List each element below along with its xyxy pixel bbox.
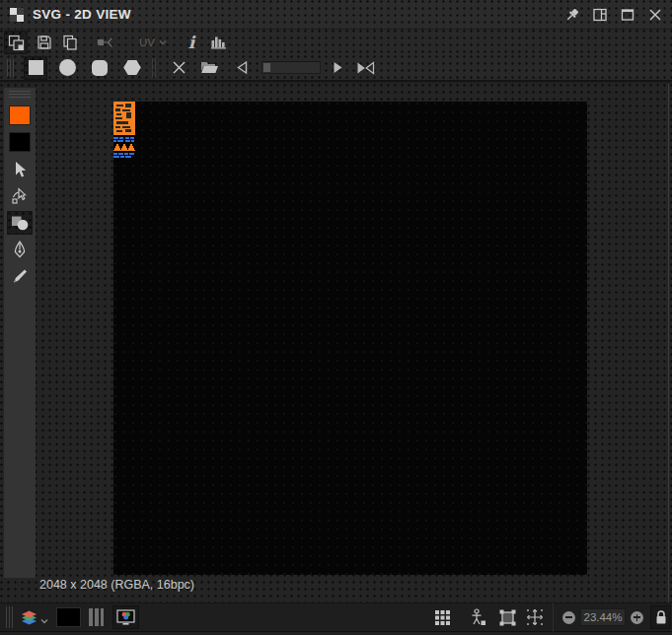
layers-chevron-icon[interactable] <box>40 618 48 624</box>
shapes-tool[interactable] <box>7 211 33 235</box>
uv-dropdown: UV <box>134 31 172 54</box>
channels-icon[interactable] <box>89 608 104 626</box>
open-folder-button[interactable] <box>197 56 221 80</box>
tools-sidebar <box>4 88 36 578</box>
shapes-tool-icon <box>11 215 30 231</box>
direct-select-icon <box>11 187 29 205</box>
select-arrow-icon <box>12 161 28 178</box>
fit-view-button[interactable] <box>495 605 519 629</box>
split-view-button[interactable] <box>591 6 609 24</box>
main-toolbar: UV i <box>0 30 672 55</box>
zoom-field[interactable]: 23.44% <box>580 608 626 626</box>
maximize-icon <box>620 7 635 23</box>
lock-zoom-button[interactable] <box>650 605 671 629</box>
open-folder-icon <box>200 60 219 75</box>
rounded-square-shape-button[interactable] <box>88 56 112 80</box>
background-color-swatch[interactable] <box>9 132 31 152</box>
layers-icon <box>20 609 38 626</box>
close-button[interactable] <box>646 6 664 24</box>
title-bar[interactable]: SVG - 2D VIEW <box>0 0 672 30</box>
select-tool[interactable] <box>7 158 33 181</box>
lock-icon <box>654 609 668 625</box>
bottombar-grip[interactable] <box>6 606 13 628</box>
seek-slider[interactable] <box>261 61 321 74</box>
display-color-button[interactable] <box>112 605 139 629</box>
toolbar-grip[interactable] <box>7 59 14 77</box>
next-arrow-button[interactable] <box>326 56 349 80</box>
pan-reset-button[interactable] <box>523 605 547 629</box>
bottom-bar: 23.44% <box>0 602 672 632</box>
clear-button[interactable] <box>167 56 190 80</box>
pan-reset-icon <box>526 608 544 626</box>
physical-size-icon <box>470 608 486 626</box>
foreground-color-swatch[interactable] <box>9 106 31 125</box>
circle-shape-button[interactable] <box>55 56 79 80</box>
pencil-icon <box>12 268 28 284</box>
close-icon <box>647 7 663 23</box>
shapes-toolbar <box>0 55 672 82</box>
clear-icon <box>172 60 187 75</box>
image-info-text: 2048 x 2048 (RGBA, 16bpc) <box>39 578 194 592</box>
texture-canvas[interactable] <box>113 102 587 575</box>
save-button[interactable] <box>33 31 56 54</box>
svg-emblem-graphic <box>113 102 143 159</box>
save-icon <box>37 35 52 50</box>
display-color-icon <box>116 609 135 626</box>
info-button[interactable]: i <box>180 31 203 54</box>
sidebar-grip[interactable] <box>9 91 31 100</box>
zoom-out-button[interactable] <box>562 611 575 624</box>
physical-size-button[interactable] <box>466 605 489 629</box>
plus-icon-v <box>636 614 638 621</box>
pen-icon <box>13 241 27 258</box>
maximize-button[interactable] <box>619 6 636 24</box>
layers-button[interactable] <box>17 605 40 629</box>
chevron-down-icon <box>159 39 167 45</box>
pin-icon <box>564 7 580 23</box>
direct-select-tool[interactable] <box>7 184 33 208</box>
app-window: SVG - 2D VIEW <box>0 0 672 635</box>
seek-slider-handle[interactable] <box>263 63 270 72</box>
node-link-icon <box>97 35 113 50</box>
histogram-button[interactable] <box>207 31 231 54</box>
export-image-icon <box>8 35 25 51</box>
pen-tool[interactable] <box>7 238 33 261</box>
info-icon: i <box>188 35 194 51</box>
window-title: SVG - 2D VIEW <box>33 7 131 22</box>
bottombar-separator <box>553 602 554 632</box>
mirror-button[interactable] <box>353 56 377 80</box>
histogram-icon <box>210 35 228 50</box>
toolbar-separator <box>152 58 156 78</box>
square-icon <box>29 60 43 75</box>
next-arrow-icon <box>332 60 344 75</box>
minus-icon <box>565 616 572 618</box>
prev-arrow-button[interactable] <box>230 56 254 80</box>
hexagon-shape-button[interactable] <box>120 56 144 80</box>
zoom-in-button[interactable] <box>631 611 643 624</box>
copy-button[interactable] <box>58 31 82 54</box>
mirror-icon <box>356 61 375 75</box>
node-link-button <box>93 31 116 54</box>
grid-toggle-button[interactable] <box>430 605 454 629</box>
app-checker-icon <box>10 8 24 22</box>
rounded-square-icon <box>92 60 108 76</box>
prev-arrow-icon <box>236 60 249 75</box>
panel-edge <box>668 84 669 602</box>
export-image-button[interactable] <box>4 31 28 54</box>
pencil-tool[interactable] <box>7 264 33 288</box>
pin-button[interactable] <box>563 6 581 24</box>
hexagon-icon <box>123 60 141 76</box>
copy-icon <box>62 35 78 50</box>
uv-dropdown-label: UV <box>139 36 155 48</box>
split-view-icon <box>592 7 608 23</box>
square-shape-button[interactable] <box>24 56 47 80</box>
grid-icon <box>434 609 451 626</box>
circle-icon <box>59 59 76 76</box>
background-swatch[interactable] <box>56 607 81 627</box>
fit-view-icon <box>499 609 516 626</box>
zoom-value: 23.44% <box>583 611 622 623</box>
viewport-area[interactable]: 2048 x 2048 (RGBA, 16bpc) <box>0 84 672 602</box>
